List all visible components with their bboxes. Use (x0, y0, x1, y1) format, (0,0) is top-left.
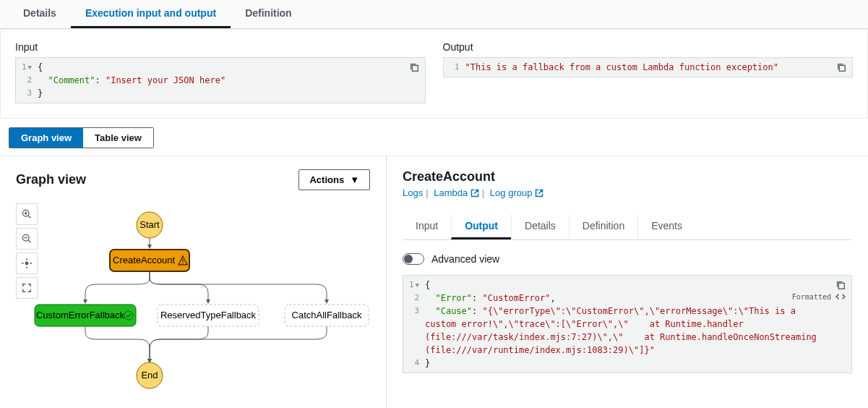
svg-text:Start: Start (139, 219, 160, 230)
detail-output-code: Formatted 1▼{2 "Error": "CustomError",3 … (403, 275, 852, 373)
detail-tabs: Input Output Details Definition Events (403, 214, 852, 240)
caret-down-icon: ▼ (350, 174, 359, 185)
copy-icon[interactable] (836, 62, 846, 75)
svg-point-10 (182, 263, 184, 264)
code-line: 2 "Error": "CustomError", (403, 292, 851, 305)
detail-pane: CreateAccount Logs| Lambda | Log group I… (387, 156, 868, 408)
svg-text:CustomErrorFallback: CustomErrorFallback (36, 310, 125, 320)
tab-details[interactable]: Details (9, 0, 71, 28)
node-custom-error-fallback[interactable]: CustomErrorFallback (35, 305, 136, 326)
node-end[interactable]: End (137, 362, 163, 388)
detail-title: CreateAccount (403, 169, 852, 184)
actions-label: Actions (309, 174, 344, 185)
copy-icon[interactable] (835, 280, 846, 292)
tab-output[interactable]: Output (451, 214, 511, 239)
code-line: 1▼{ (403, 279, 851, 292)
tab-input[interactable]: Input (403, 214, 451, 239)
node-create-account[interactable]: CreateAccount (110, 250, 189, 271)
svg-rect-1 (839, 65, 845, 71)
lambda-link[interactable]: Lambda (434, 187, 479, 198)
tab-execution-io[interactable]: Execution input and output (71, 0, 231, 28)
graph-area: Start CreateAccount CustomErrorFallback … (16, 203, 370, 408)
node-start[interactable]: Start (137, 212, 163, 238)
output-label: Output (443, 41, 854, 53)
svg-rect-0 (412, 65, 418, 71)
advanced-row: Advanced view (403, 253, 852, 265)
input-label: Input (15, 41, 426, 53)
graph-pane: Graph view Actions ▼ (0, 156, 387, 408)
external-link-icon (470, 189, 479, 200)
format-icon[interactable]: Formatted (792, 293, 846, 301)
detail-links: Logs| Lambda | Log group (403, 187, 852, 200)
logs-link[interactable]: Logs (403, 187, 423, 198)
code-line: 3 "Cause": "{\"errorType\":\"CustomError… (403, 305, 851, 357)
view-toggle: Graph view Table view (9, 127, 154, 148)
code-line: 1"This is a fallback from a custom Lambd… (444, 61, 853, 74)
io-panel: Input 1▼{2 "Comment": "Insert your JSON … (0, 29, 868, 119)
svg-text:ReservedTypeFallback: ReservedTypeFallback (160, 310, 257, 320)
svg-text:CatchAllFallback: CatchAllFallback (292, 310, 362, 320)
advanced-label: Advanced view (431, 253, 499, 265)
output-code: 1"This is a fallback from a custom Lambd… (443, 57, 854, 77)
top-tabs: Details Execution input and output Defin… (0, 0, 868, 29)
node-reserved-type-fallback[interactable]: ReservedTypeFallback (158, 305, 259, 326)
advanced-toggle[interactable] (403, 253, 424, 265)
log-group-link[interactable]: Log group (490, 187, 543, 198)
code-line: 4} (403, 357, 851, 370)
graph-view-button[interactable]: Graph view (9, 128, 83, 148)
code-line: 1▼{ (16, 61, 425, 74)
tab-events[interactable]: Events (637, 214, 695, 239)
code-line: 3} (16, 87, 425, 100)
tab-definition[interactable]: Definition (231, 0, 306, 28)
svg-text:CreateAccount: CreateAccount (113, 255, 175, 265)
code-line: 2 "Comment": "Insert your JSON here" (16, 74, 425, 87)
split-pane: Graph view Actions ▼ (0, 156, 868, 408)
graph-title: Graph view (16, 172, 86, 187)
node-catch-all-fallback[interactable]: CatchAllFallback (285, 305, 369, 326)
tab-definition[interactable]: Definition (569, 214, 637, 239)
copy-icon[interactable] (409, 62, 419, 75)
actions-button[interactable]: Actions ▼ (298, 169, 370, 190)
input-code: 1▼{2 "Comment": "Insert your JSON here"3… (15, 57, 426, 103)
tab-details[interactable]: Details (511, 214, 569, 239)
svg-rect-20 (838, 283, 844, 289)
external-link-icon (535, 189, 543, 200)
table-view-button[interactable]: Table view (83, 128, 153, 148)
svg-text:End: End (141, 370, 158, 381)
workflow-graph: Start CreateAccount CustomErrorFallback … (16, 203, 370, 408)
